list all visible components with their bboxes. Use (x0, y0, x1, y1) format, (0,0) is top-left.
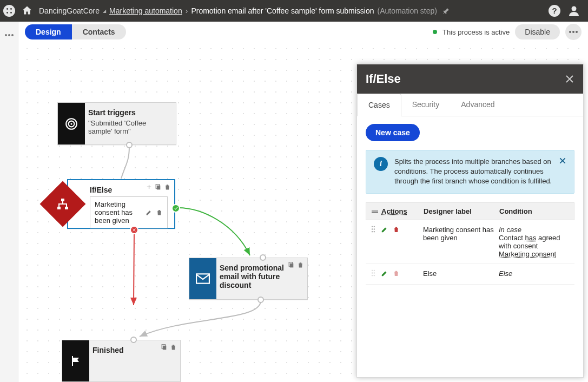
svg-point-10 (569, 31, 571, 33)
status-text: This process is active (442, 28, 510, 36)
port-icon[interactable] (130, 337, 137, 343)
home-icon[interactable] (22, 5, 32, 17)
panel-tabs: Cases Security Advanced (357, 94, 583, 116)
node-if-else[interactable]: If/Else Marketing consent has been given (67, 179, 175, 229)
delete-icon[interactable] (393, 269, 400, 279)
table-row: Else Else (366, 264, 574, 285)
breadcrumb-step-type: (Automation step) (378, 6, 438, 15)
svg-point-15 (70, 123, 72, 124)
flag-icon (62, 340, 89, 381)
drag-handle-icon[interactable] (371, 226, 381, 234)
svg-point-33 (372, 230, 373, 232)
target-icon (58, 103, 85, 144)
svg-point-1 (10, 8, 12, 10)
add-icon[interactable] (146, 183, 153, 190)
svg-point-34 (374, 230, 375, 232)
close-icon[interactable] (565, 74, 574, 84)
dismiss-icon[interactable] (559, 157, 566, 164)
svg-rect-22 (290, 264, 294, 268)
header-actions[interactable]: Actions (381, 207, 424, 215)
row-condition: In case Contact has agreed with consent … (499, 226, 569, 258)
svg-point-36 (374, 269, 375, 271)
port-icon[interactable] (257, 297, 264, 303)
app-logo-icon[interactable] (3, 5, 15, 17)
pin-icon[interactable] (442, 7, 450, 15)
breadcrumb-title: Promotion email after 'Coffee sample' fo… (191, 6, 374, 15)
cases-table: Actions Designer label Condition Marketi… (366, 202, 574, 285)
drag-handle-icon[interactable] (371, 269, 381, 278)
left-rail (0, 22, 18, 382)
svg-point-7 (5, 34, 7, 36)
svg-point-11 (572, 31, 574, 33)
tab-security[interactable]: Security (401, 94, 451, 116)
port-false-icon[interactable] (130, 226, 138, 234)
svg-point-8 (8, 34, 10, 36)
delete-icon[interactable] (164, 183, 171, 190)
tab-design[interactable]: Design (25, 24, 72, 39)
node-start-triggers[interactable]: Start triggers "Submitted 'Coffee sample… (57, 102, 176, 145)
toolbar: Design Contacts This process is active D… (18, 22, 588, 40)
delete-icon[interactable] (156, 209, 163, 216)
breadcrumb: DancingGoatCore ◢ Marketing automation ›… (39, 6, 450, 15)
condition-text: Marketing consent has been given (95, 200, 142, 225)
copy-icon[interactable] (288, 261, 295, 268)
topbar: DancingGoatCore ◢ Marketing automation ›… (0, 0, 588, 22)
port-true-icon[interactable] (171, 204, 180, 213)
port-icon[interactable] (126, 142, 133, 148)
svg-point-40 (374, 274, 375, 275)
svg-rect-18 (65, 207, 68, 209)
site-caret-icon[interactable]: ◢ (103, 9, 106, 14)
delete-icon[interactable] (297, 261, 304, 268)
user-icon[interactable] (567, 4, 580, 17)
node-send-email[interactable]: Send promotional email with future disco… (189, 258, 308, 300)
port-icon[interactable] (260, 254, 266, 261)
svg-point-3 (10, 12, 12, 14)
edit-icon[interactable] (381, 269, 388, 279)
svg-rect-19 (157, 186, 161, 190)
mail-icon (189, 258, 216, 299)
svg-rect-24 (163, 346, 167, 350)
header-label: Designer label (424, 207, 499, 215)
copy-icon[interactable] (161, 344, 168, 351)
more-button[interactable] (565, 24, 582, 40)
site-name[interactable]: DancingGoatCore (39, 6, 100, 15)
panel-title: If/Else (366, 72, 565, 86)
view-tabs: Design Contacts (25, 24, 126, 39)
svg-point-38 (374, 272, 375, 273)
node-title: Start triggers (88, 108, 169, 117)
new-case-button[interactable]: New case (366, 124, 420, 141)
table-row: Marketing consent has been given In case… (366, 220, 574, 264)
row-label: Marketing consent has been given (423, 226, 499, 242)
tab-cases[interactable]: Cases (357, 94, 401, 116)
rail-more-icon[interactable] (5, 29, 14, 382)
condition-chip[interactable]: Marketing consent has been given (90, 196, 168, 228)
step-properties-panel: If/Else Cases Security Advanced New case… (356, 64, 584, 378)
svg-rect-26 (372, 210, 378, 212)
node-finished[interactable]: Finished (62, 340, 181, 382)
svg-point-32 (374, 228, 375, 229)
disable-button[interactable]: Disable (515, 24, 560, 39)
copy-icon[interactable] (155, 183, 162, 190)
svg-point-31 (372, 228, 373, 229)
info-banner: i Splits the process into multiple branc… (366, 150, 574, 194)
svg-point-9 (11, 34, 14, 36)
info-text: Splits the process into multiple branche… (394, 157, 552, 187)
tab-advanced[interactable]: Advanced (450, 94, 505, 116)
header-condition: Condition (499, 207, 569, 215)
delete-icon[interactable] (393, 226, 400, 235)
svg-point-0 (6, 8, 8, 10)
edit-icon[interactable] (146, 209, 153, 216)
svg-rect-16 (61, 199, 64, 201)
node-subtitle: "Submitted 'Coffee sample' form" (88, 119, 169, 135)
help-icon[interactable]: ? (548, 4, 561, 17)
svg-rect-17 (57, 207, 61, 209)
delete-icon[interactable] (170, 344, 177, 351)
row-label: Else (423, 269, 499, 278)
svg-point-37 (372, 272, 373, 273)
tab-contacts[interactable]: Contacts (72, 24, 126, 39)
svg-point-35 (372, 269, 373, 271)
breadcrumb-section[interactable]: Marketing automation (109, 6, 182, 15)
edit-icon[interactable] (381, 226, 388, 235)
svg-point-6 (572, 6, 577, 11)
svg-point-30 (374, 226, 375, 227)
